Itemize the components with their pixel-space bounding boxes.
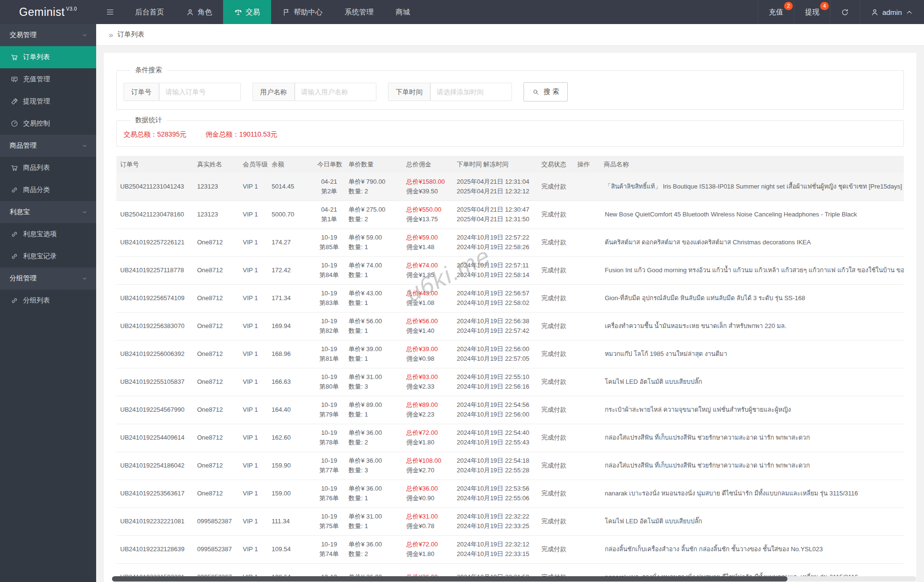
top-menu-item-3[interactable]: 帮助中心 [271,0,334,24]
sidebar-item-label: 交易控制 [23,119,50,128]
cell-level: VIP 1 [239,312,268,340]
sidebar-item[interactable]: 利息宝选项 [0,223,96,245]
sidebar-group-title[interactable]: 商品管理 [0,135,96,157]
cell-total-commission: 总价¥59.00佣金¥1.48 [402,228,453,256]
cell-real-name: 0995852387 [193,507,239,535]
username-input[interactable] [295,83,376,101]
cell-order-no: UB2410192255105837 [116,368,193,396]
brand-logo: GeministV3.0 [0,0,96,24]
sidebar-group-title[interactable]: 分组管理 [0,267,96,290]
total-price: 总价¥72.00 [406,540,449,549]
cell-actions [574,312,600,340]
top-menu-item-1[interactable]: 角色 [175,0,223,24]
link-icon [11,186,18,194]
cell-total-commission: 总价¥550.00佣金¥13.75 [402,201,453,228]
sidebar-group-label: 分组管理 [10,274,37,283]
cell-balance: 5014.45 [268,173,313,201]
sidebar-item[interactable]: 商品列表 [0,157,96,179]
cell-status: 完成付款 [537,173,574,201]
top-menu-item-5[interactable]: 商城 [385,0,421,24]
order-count: 第83单 [317,298,341,308]
cell-price-qty: 单价¥ 74.00数量: 1 [345,256,402,284]
sidebar-group-title[interactable]: 交易管理 [0,24,96,46]
cell-status: 完成付款 [537,396,574,424]
cell-times: 2024年10月19日 22:32:122024年10月19日 22:33:15 [453,535,537,563]
topbar: GeministV3.0 后台首页角色交易帮助中心系统管理商城 充值 2 提现 … [0,0,924,24]
sidebar-item[interactable]: 交易控制 [0,113,96,135]
top-menu-item-2[interactable]: 交易 [223,0,271,24]
cell-actions [574,340,600,368]
commission: 佣金¥39.50 [406,187,449,196]
order-time-label: 下单时间 [388,83,430,101]
table-row: UB2410192257118778One8712VIP 1172.4210-1… [116,256,904,284]
withdraw-link[interactable]: 提现 4 [794,0,830,24]
sidebar-item[interactable]: 充值管理 [0,68,96,90]
withdraw-label: 提现 [805,8,819,17]
sidebar-toggle-button[interactable] [96,0,124,24]
cell-actions [574,452,600,480]
search-button[interactable]: 搜 索 [524,82,568,101]
quantity: 数量: 1 [349,493,399,503]
sidebar-item[interactable]: 分组列表 [0,290,96,312]
sidebar-item[interactable]: 订单列表 [0,46,96,68]
scrollbar-thumb[interactable] [112,576,787,582]
cell-today-orders: 10-19第74单 [313,535,345,563]
top-menu-item-0[interactable]: 后台首页 [124,0,175,24]
cell-balance: 169.94 [268,312,313,340]
cell-product: โคมไฟ LED อัตโนมัติ แบบเสียบปลั๊ก [600,368,904,396]
top-menu-label: 后台首页 [135,8,164,17]
column-header: 今日单数 [313,156,345,173]
cell-times: 2024年10月19日 22:57:112024年10月19日 22:58:14 [453,256,537,284]
cell-level: VIP 1 [239,228,268,256]
cell-balance: 159.90 [268,452,313,480]
order-time-input[interactable] [430,83,512,101]
top-menu-label: 商城 [396,8,410,17]
column-header: 单价数量 [345,156,402,173]
refresh-button[interactable] [830,0,860,24]
admin-menu[interactable]: admin [860,0,924,24]
sidebar-group-label: 交易管理 [10,31,37,39]
unit-price: 单价¥ 56.00 [349,316,399,326]
unfreeze-time: 2025年04月21日 12:31:50 [457,215,534,224]
cell-status: 完成付款 [537,480,574,507]
top-menu-item-4[interactable]: 系统管理 [334,0,385,24]
order-count: 第74单 [317,549,341,559]
total-price: 总价¥550.00 [406,205,449,215]
sidebar-item[interactable]: 利息宝记录 [0,245,96,267]
order-time: 2024年10月19日 22:57:11 [457,261,534,270]
cell-order-no: UB2410192256574109 [116,284,193,312]
unit-price: 单价¥ 59.00 [349,233,399,242]
recharge-link[interactable]: 充值 2 [758,0,794,24]
order-date: 10-19 [317,344,341,354]
order-no-input[interactable] [159,83,241,101]
order-date: 10-19 [317,372,341,382]
cell-price-qty: 单价¥ 43.00数量: 1 [345,284,402,312]
unfreeze-time: 2024年10月19日 22:58:14 [457,270,534,280]
unit-price: 单价¥ 36.00 [349,484,399,493]
quantity: 数量: 2 [349,438,399,447]
unfreeze-time: 2024年10月19日 22:33:25 [457,521,534,531]
horizontal-scrollbar[interactable] [112,576,916,582]
topbar-right: 充值 2 提现 4 admin [758,0,924,24]
commission: 佣金¥1.80 [406,438,449,447]
order-date: 10-19 [317,289,341,298]
order-date: 04-21 [317,205,341,215]
table-row: UB2410192254409614One8712VIP 1162.6010-1… [116,424,904,452]
order-date: 10-19 [317,484,341,493]
order-count: 第2单 [317,187,341,196]
order-time: 2025年04月21日 12:31:04 [457,177,534,187]
sidebar-group-title[interactable]: 利息宝 [0,201,96,223]
unfreeze-time: 2024年10月19日 22:55:06 [457,493,534,503]
top-menu-label: 角色 [198,8,212,17]
cell-price-qty: 单价¥ 89.00数量: 1 [345,396,402,424]
stats-legend: 数据统计 [130,116,167,125]
cell-price-qty: 单价¥ 36.00数量: 3 [345,452,402,480]
sidebar-item[interactable]: 商品分类 [0,179,96,201]
cell-times: 2025年04月21日 12:30:472025年04月21日 12:31:50 [453,201,537,228]
search-legend: 条件搜索 [130,66,167,75]
sidebar-item[interactable]: 提现管理 [0,90,96,113]
unit-price: 单价¥ 36.00 [349,456,399,466]
cell-actions [574,201,600,228]
order-date: 10-19 [317,428,341,438]
order-date: 10-19 [317,540,341,549]
